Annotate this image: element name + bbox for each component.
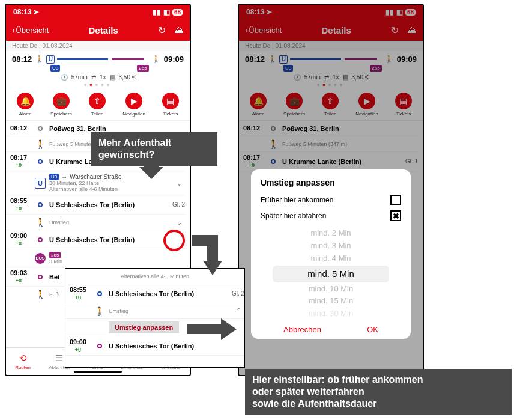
annotation-line: oder später weiterfahren <box>252 386 364 397</box>
picker-option-selected[interactable]: mind. 5 Min <box>273 266 389 282</box>
action-share[interactable]: ⇧Teilen <box>322 93 339 117</box>
back-label: Übersicht <box>249 26 282 35</box>
arr-time: 09:09 <box>164 55 184 64</box>
refresh-icon[interactable]: ↻ <box>158 25 166 36</box>
node-icon <box>38 275 43 279</box>
action-row: 🔔Alarm 💼Speichern ⇧Teilen ▶Navigation ▤T… <box>239 90 423 121</box>
refresh-icon[interactable]: ↻ <box>391 25 399 36</box>
node-icon <box>97 291 102 296</box>
option-label: Später hier abfahren <box>261 212 326 220</box>
u-icon: U <box>46 55 55 64</box>
battery-badge: 68 <box>405 9 416 16</box>
header-title: Details <box>322 25 351 35</box>
transfer-row[interactable]: 🚶 Umstieg ⌄ <box>6 215 185 230</box>
u-icon: U <box>279 55 288 64</box>
action-save[interactable]: 💼Speichern <box>283 93 305 117</box>
delay: +0 <box>249 162 255 168</box>
timeline[interactable]: 08:12Poßweg 31, Berlin 🚶Fußweg 5 Minuten… <box>239 121 423 171</box>
action-navigate[interactable]: ▶Navigation <box>355 93 378 117</box>
action-tickets[interactable]: ▤Tickets <box>395 93 412 117</box>
excerpt-panel: Alternativen alle 4-6 Minuten 08:55+0 U … <box>65 268 245 368</box>
stop-name: Poßweg 31, Berlin <box>282 125 414 132</box>
action-share[interactable]: ⇧Teilen <box>89 93 106 117</box>
segment-sub: 3 Min <box>49 258 181 264</box>
tab-routes[interactable]: ⟲Routen <box>15 353 31 370</box>
checkbox-checked[interactable]: ✖ <box>390 210 401 221</box>
chevron-up-icon[interactable]: ⌃ <box>235 306 244 315</box>
map-icon[interactable]: ⛰ <box>174 25 184 35</box>
back-button[interactable]: ‹Übersicht <box>245 26 282 35</box>
action-navigate[interactable]: ▶Navigation <box>122 93 145 117</box>
platform: Gl. 2 <box>166 201 185 208</box>
action-alarm[interactable]: 🔔Alarm <box>17 93 34 117</box>
platform: Gl. 1 <box>399 158 418 165</box>
map-icon[interactable]: ⛰ <box>407 25 417 35</box>
cancel-button[interactable]: Abbrechen <box>283 325 321 334</box>
annotation-line: Mehr Aufenthalt <box>98 138 171 148</box>
share-icon: ⇧ <box>322 93 339 109</box>
transfer-label: Umstieg <box>109 308 232 314</box>
option-depart-later[interactable]: Später hier abfahren ✖ <box>261 210 401 221</box>
action-label: Tickets <box>163 111 178 117</box>
nav-header: ‹Übersicht Details ↻⛰ <box>239 19 423 41</box>
walk-icon: 🚶 <box>268 55 277 63</box>
node-icon <box>38 202 43 207</box>
modal-title: Umstieg anpassen <box>261 178 401 187</box>
checkbox-unchecked[interactable] <box>390 195 401 205</box>
wifi-icon: ◧ <box>163 8 170 16</box>
stop-time: 09:00+0 <box>6 233 31 246</box>
picker-option[interactable]: mind. 3 Min <box>261 240 401 252</box>
transfer-modal: Umstieg anpassen Früher hier ankommen Sp… <box>251 169 411 339</box>
adjust-transfer-button[interactable]: Umstieg anpassen <box>109 321 179 333</box>
status-bar: 08:13 ➤ ▮▮ ◧ 68 <box>6 5 190 19</box>
action-row: 🔔Alarm 💼Speichern ⇧Teilen ▶Navigation ▤T… <box>6 90 190 121</box>
node-icon <box>271 126 276 131</box>
bell-icon: 🔔 <box>250 93 267 109</box>
stop-name: U Schlesisches Tor (Berlin) <box>109 290 222 297</box>
action-label: Alarm <box>19 111 32 117</box>
action-tickets[interactable]: ▤Tickets <box>162 93 179 117</box>
home-indicator[interactable] <box>74 371 122 373</box>
transfer-icon: ⇄ <box>91 74 96 81</box>
segment-row[interactable]: BUS 2653 Min <box>6 249 185 267</box>
line-badge-265: 265 <box>137 65 148 72</box>
action-label: Navigation <box>122 111 145 117</box>
location-icon: ➤ <box>33 8 39 16</box>
action-save[interactable]: 💼Speichern <box>50 93 72 117</box>
back-button[interactable]: ‹ Übersicht <box>12 26 49 35</box>
walk-icon: 🚶 <box>35 290 46 299</box>
node-icon <box>38 237 43 242</box>
briefcase-icon: 💼 <box>53 93 70 109</box>
wifi-icon: ◧ <box>396 8 403 16</box>
option-arrive-earlier[interactable]: Früher hier ankommen <box>261 195 401 205</box>
picker-option[interactable]: mind. 15 Min <box>261 295 401 308</box>
picker-option[interactable]: mind. 4 Min <box>261 252 401 265</box>
nav-header: ‹ Übersicht Details ↻ ⛰ <box>6 19 190 41</box>
status-time: 08:13 <box>13 8 32 16</box>
page-dots[interactable]: ●●●●● <box>245 82 417 88</box>
chevron-down-icon[interactable]: ⌄ <box>176 178 185 187</box>
delay: +0 <box>75 294 81 300</box>
clock-icon: 🕐 <box>294 74 301 81</box>
page-dots[interactable]: ●●●●● <box>12 82 184 88</box>
stop-time: 08:12 <box>6 125 31 132</box>
action-label: Speichern <box>283 111 305 117</box>
tab-label: Routen <box>15 365 31 370</box>
picker-option[interactable]: mind. 10 Min <box>261 283 401 296</box>
stop-name: U Krumme Lanke (Berlin) <box>282 158 395 165</box>
action-alarm[interactable]: 🔔Alarm <box>250 93 267 117</box>
price: 3,50 € <box>352 74 369 81</box>
annotation-line: Hier einstellbar: ob früher ankommen <box>252 374 423 385</box>
line-badge: 265 <box>49 252 61 258</box>
duration-picker[interactable]: mind. 2 Min mind. 3 Min mind. 4 Min mind… <box>261 227 401 320</box>
picker-option[interactable]: mind. 2 Min <box>261 227 401 240</box>
arr-time: 09:09 <box>397 55 417 64</box>
chevron-down-icon[interactable]: ⌄ <box>176 218 185 227</box>
transfer-label: Umstieg <box>49 219 172 225</box>
dep-time: 08:12 <box>12 55 32 64</box>
ok-button[interactable]: OK <box>367 325 378 334</box>
u-icon: U <box>35 178 46 189</box>
picker-option[interactable]: mind. 30 Min <box>261 308 401 320</box>
node-icon <box>97 344 102 348</box>
briefcase-icon: 💼 <box>286 93 303 109</box>
